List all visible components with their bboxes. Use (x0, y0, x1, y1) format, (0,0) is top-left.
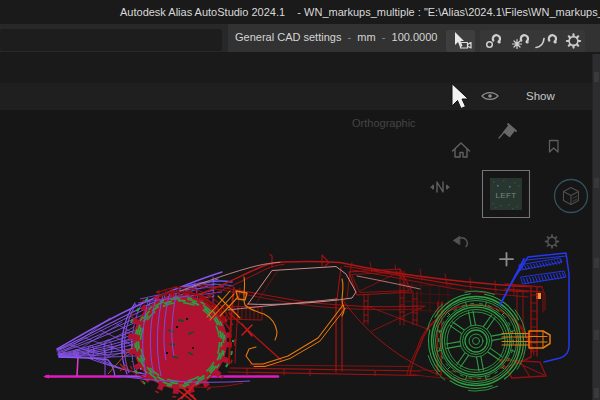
svg-text:LEFT: LEFT (495, 191, 516, 200)
